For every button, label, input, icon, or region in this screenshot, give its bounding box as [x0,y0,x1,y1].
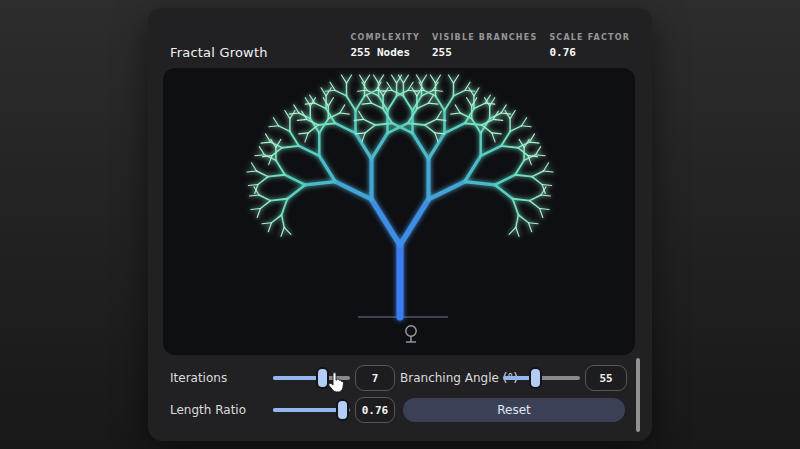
stat-complexity: COMPLEXITY 255 Nodes [350,33,419,59]
iterations-value-input[interactable]: 7 [355,365,395,391]
fractal-growth-panel: Fractal Growth COMPLEXITY 255 Nodes VISI… [148,8,652,441]
branching-angle-label: Branching Angle (°) [400,371,518,385]
reset-button[interactable]: Reset [403,398,625,422]
stat-complexity-label: COMPLEXITY [350,33,419,42]
iterations-slider[interactable] [273,368,350,388]
iterations-label: Iterations [170,371,227,385]
stat-visible-branches-value: 255 [432,46,538,59]
stat-scale-factor-value: 0.76 [549,46,630,59]
length-ratio-slider[interactable] [273,400,350,420]
stats-bar: COMPLEXITY 255 Nodes VISIBLE BRANCHES 25… [350,33,630,59]
fractal-tree [163,68,635,355]
fractal-canvas [163,68,635,355]
iterations-slider-fill [273,376,322,380]
vertical-scrollbar-thumb[interactable] [636,358,640,432]
length-ratio-slider-handle[interactable] [338,401,347,419]
length-ratio-value-input[interactable]: 0.76 [355,397,395,423]
branching-angle-slider[interactable] [503,368,580,388]
branching-angle-value-input[interactable]: 55 [585,365,627,391]
stat-complexity-value: 255 Nodes [350,46,419,59]
stat-scale-factor-label: SCALE FACTOR [549,33,630,42]
tree-icon [406,326,416,342]
page-title: Fractal Growth [170,45,268,60]
stat-visible-branches: VISIBLE BRANCHES 255 [432,33,538,59]
branching-angle-slider-handle[interactable] [531,369,540,387]
tree-branches [247,75,553,317]
length-ratio-slider-fill [273,408,342,412]
stat-scale-factor: SCALE FACTOR 0.76 [549,33,630,59]
iterations-slider-handle[interactable] [318,369,327,387]
length-ratio-label: Length Ratio [170,403,246,417]
stat-visible-branches-label: VISIBLE BRANCHES [432,33,538,42]
